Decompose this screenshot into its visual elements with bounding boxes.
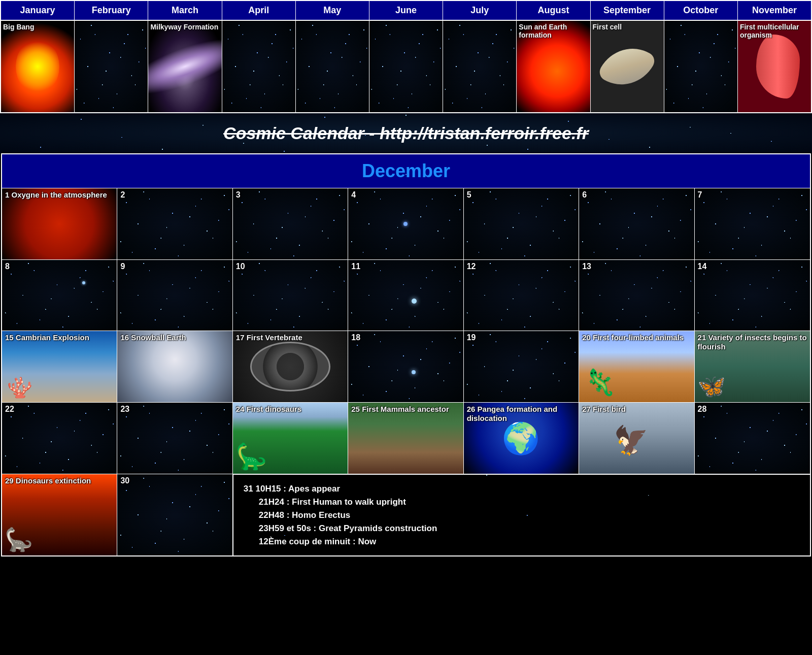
day14-num: 14 <box>698 262 707 271</box>
day17-event: 17 First Vertebrate <box>236 333 302 342</box>
cal-day-10: 10 <box>233 260 348 331</box>
december-calendar: December 1 Oxygne in the atmosphere 2 3 … <box>1 153 811 556</box>
month-image-sep: First cell <box>591 21 664 112</box>
cal-day-1: 1 Oxygne in the atmosphere <box>2 188 117 260</box>
cal-day-26: 26 Pangea formation and dislocation <box>464 403 579 474</box>
cal-day-22: 22 <box>2 403 117 474</box>
aug-event-label: Sun and Earth formation <box>519 23 590 39</box>
day2-num: 2 <box>120 190 125 200</box>
cal-day-24: 24 First dinosaurs <box>233 403 348 474</box>
month-apr: April <box>222 1 296 20</box>
month-jul: July <box>443 1 517 20</box>
day30-num: 30 <box>120 476 129 485</box>
cal-day-18: 18 <box>348 331 463 403</box>
day10-num: 10 <box>236 262 245 271</box>
month-image-oct <box>664 21 738 112</box>
month-image-jan: Big Bang <box>1 21 75 112</box>
day27-event: 27 First bird <box>582 405 626 414</box>
day21-event: 21 Variety of insects begins to flourish <box>698 333 810 351</box>
cal-day-16: 16 Snowball Earth <box>117 331 232 403</box>
sep-event-label: First cell <box>593 23 622 31</box>
month-mar: March <box>148 1 222 20</box>
cal-day-21: 21 Variety of insects begins to flourish <box>695 331 810 403</box>
cal-day-2: 2 <box>117 188 232 260</box>
day23-num: 23 <box>120 405 129 414</box>
cal-day-30: 30 <box>117 474 232 555</box>
month-image-aug: Sun and Earth formation <box>517 21 590 112</box>
month-nov: November <box>738 1 811 20</box>
cal-day-23: 23 <box>117 403 232 474</box>
cal-day-4: 4 <box>348 188 463 260</box>
day31-line4: 23H59 et 50s : Great Pyramids constructi… <box>244 523 800 534</box>
cal-day-9: 9 <box>117 260 232 331</box>
jan-event-label: Big Bang <box>3 23 34 31</box>
month-oct: October <box>664 1 738 20</box>
cal-day-17: 17 First Vertebrate <box>233 331 348 403</box>
nov-event-label: First multicellular organism <box>740 23 811 39</box>
cal-day-5: 5 <box>464 188 579 260</box>
month-image-jun <box>369 21 443 112</box>
month-image-mar: Milkyway Formation <box>148 21 222 112</box>
day7-num: 7 <box>698 190 702 200</box>
month-feb: February <box>75 1 148 20</box>
day31-line3: 22H48 : Homo Erectus <box>244 510 800 520</box>
cal-day-12: 12 <box>464 260 579 331</box>
month-image-apr <box>222 21 296 112</box>
day28-num: 28 <box>698 405 707 414</box>
cal-day-6: 6 <box>579 188 694 260</box>
cal-day-28: 28 <box>695 403 810 474</box>
cal-day-19: 19 <box>464 331 579 403</box>
cal-day-7: 7 <box>695 188 810 260</box>
day15-event: 15 Cambrian Explosion <box>5 333 89 342</box>
day19-num: 19 <box>467 333 476 342</box>
day5-num: 5 <box>467 190 471 200</box>
cal-day-3: 3 <box>233 188 348 260</box>
cal-day-29: 29 Dinosaurs extinction <box>2 474 117 555</box>
day9-num: 9 <box>120 262 125 271</box>
day26-event: 26 Pangea formation and dislocation <box>467 405 579 423</box>
month-jun: June <box>369 1 443 20</box>
day6-num: 6 <box>582 190 587 200</box>
day13-num: 13 <box>582 262 591 271</box>
month-image-feb <box>75 21 148 112</box>
month-image-may <box>296 21 369 112</box>
month-jan: January <box>1 1 75 20</box>
day16-event: 16 Snowball Earth <box>120 333 186 342</box>
day11-num: 11 <box>351 262 360 271</box>
month-image-nov: First multicellular organism <box>738 21 811 112</box>
day31-line2: 21H24 : First Human to walk upright <box>244 497 800 507</box>
day4-num: 4 <box>351 190 356 200</box>
cal-day-20: 20 First four-limbed animals <box>579 331 694 403</box>
mar-event-label: Milkyway Formation <box>150 23 218 31</box>
day31-line1: 31 10H15 : Apes appear <box>244 484 800 494</box>
cal-day-11: 11 <box>348 260 463 331</box>
months-header-bar: January February March April May June Ju… <box>0 0 812 21</box>
day25-event: 25 First Mammals ancestor <box>351 405 449 414</box>
cal-day-8: 8 <box>2 260 117 331</box>
day12-num: 12 <box>467 262 476 271</box>
last-row: 29 Dinosaurs extinction 30 31 10H15 : Ap… <box>2 474 810 555</box>
cal-day-27: 27 First bird <box>579 403 694 474</box>
cal-day-15: 15 Cambrian Explosion <box>2 331 117 403</box>
cal-day-31: 31 10H15 : Apes appear 21H24 : First Hum… <box>233 474 810 555</box>
months-images-row: Big Bang Milkyway Formation Sun and Eart… <box>0 21 812 113</box>
day3-num: 3 <box>236 190 241 200</box>
cal-day-13: 13 <box>579 260 694 331</box>
cosmic-title: Cosmic Calendar - http://tristan.ferroir… <box>0 113 812 153</box>
day31-line5: 12Ème coup de minuit : Now <box>244 537 800 547</box>
day1-event: 1 Oxygne in the atmosphere <box>5 190 107 200</box>
december-header-text: December <box>362 160 450 181</box>
day29-event: 29 Dinosaurs extinction <box>5 476 91 485</box>
month-aug: August <box>517 1 590 20</box>
day8-num: 8 <box>5 262 10 271</box>
cosmic-title-text: Cosmic Calendar - http://tristan.ferroir… <box>223 123 589 143</box>
month-image-jul <box>443 21 517 112</box>
cal-day-14: 14 <box>695 260 810 331</box>
cal-day-25: 25 First Mammals ancestor <box>348 403 463 474</box>
month-sep: September <box>591 1 664 20</box>
day22-num: 22 <box>5 405 14 414</box>
month-may: May <box>296 1 369 20</box>
day20-event: 20 First four-limbed animals <box>582 333 684 342</box>
day24-event: 24 First dinosaurs <box>236 405 301 414</box>
december-header: December <box>2 154 810 188</box>
